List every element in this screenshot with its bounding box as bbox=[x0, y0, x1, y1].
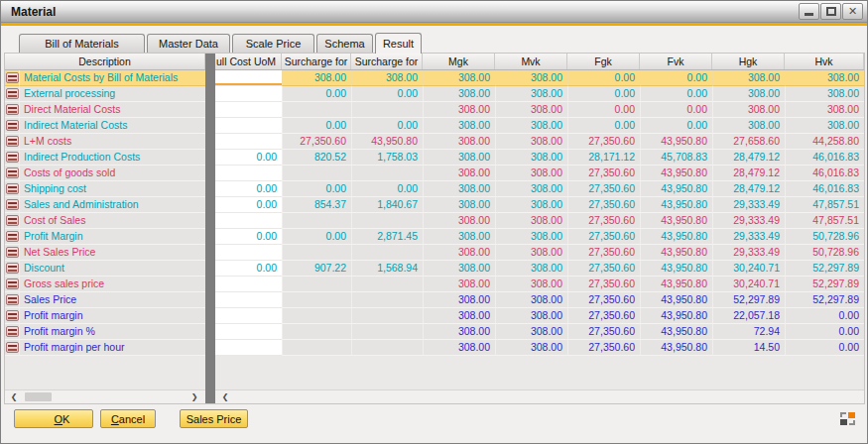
surcharge-1-cell[interactable]: 854.37 bbox=[282, 197, 351, 213]
fgk-cell[interactable]: 27,350.60 bbox=[567, 292, 640, 308]
surcharge-1-cell[interactable] bbox=[282, 166, 351, 181]
mgk-cell[interactable]: 308.00 bbox=[423, 213, 495, 229]
tab-master-data[interactable]: Master Data bbox=[147, 34, 230, 53]
fgk-cell[interactable]: 0.00 bbox=[567, 118, 640, 134]
description-cell[interactable]: External processing bbox=[20, 86, 205, 102]
mgk-cell[interactable]: 308.00 bbox=[423, 150, 495, 166]
mgk-cell[interactable]: 308.00 bbox=[423, 245, 495, 261]
hgk-cell[interactable]: 28,479.12 bbox=[712, 150, 785, 166]
description-cell[interactable]: Net Sales Price bbox=[20, 245, 205, 261]
hgk-cell[interactable]: 308.00 bbox=[712, 102, 785, 118]
mvk-cell[interactable]: 308.00 bbox=[495, 261, 567, 277]
description-cell[interactable]: Profit margin % bbox=[20, 324, 205, 340]
surcharge-2-cell[interactable] bbox=[351, 324, 423, 340]
uom-cell[interactable] bbox=[215, 213, 282, 229]
mvk-cell[interactable]: 308.00 bbox=[495, 308, 567, 324]
row-details-icon[interactable] bbox=[6, 120, 19, 131]
row-link-cell[interactable] bbox=[5, 277, 20, 292]
surcharge-1-cell[interactable]: 907.22 bbox=[282, 261, 351, 277]
uom-cell[interactable] bbox=[215, 102, 282, 118]
surcharge-1-cell[interactable]: 820.52 bbox=[282, 150, 351, 166]
row-link-cell[interactable] bbox=[5, 245, 20, 261]
fgk-cell[interactable]: 28,171.12 bbox=[567, 150, 640, 166]
fgk-cell[interactable]: 27,350.60 bbox=[567, 308, 640, 324]
fgk-cell[interactable]: 27,350.60 bbox=[567, 197, 640, 213]
uom-cell[interactable] bbox=[215, 86, 282, 102]
surcharge-2-cell[interactable]: 0.00 bbox=[351, 181, 423, 197]
mvk-cell[interactable]: 308.00 bbox=[495, 340, 567, 356]
surcharge-2-cell[interactable] bbox=[351, 102, 423, 118]
hgk-cell[interactable]: 27,658.60 bbox=[712, 134, 785, 150]
uom-cell[interactable] bbox=[215, 166, 282, 181]
expand-form-icon[interactable] bbox=[840, 412, 855, 425]
row-details-icon[interactable] bbox=[6, 247, 19, 258]
fvk-cell[interactable]: 45,708.83 bbox=[640, 150, 712, 166]
hvk-cell[interactable]: 308.00 bbox=[785, 70, 864, 86]
fgk-cell[interactable]: 27,350.60 bbox=[567, 213, 640, 229]
surcharge-2-cell[interactable] bbox=[351, 340, 423, 356]
fvk-cell[interactable]: 43,950.80 bbox=[640, 324, 712, 340]
hgk-cell[interactable]: 308.00 bbox=[712, 86, 785, 102]
mgk-cell[interactable]: 308.00 bbox=[423, 166, 495, 181]
mvk-cell[interactable]: 308.00 bbox=[495, 86, 567, 102]
tab-result[interactable]: Result bbox=[375, 33, 422, 54]
hgk-cell[interactable]: 30,240.71 bbox=[712, 277, 785, 292]
row-details-icon[interactable] bbox=[6, 167, 19, 178]
surcharge-1-cell[interactable]: 0.00 bbox=[282, 118, 351, 134]
surcharge-2-cell[interactable] bbox=[351, 308, 423, 324]
fvk-cell[interactable]: 43,950.80 bbox=[640, 181, 712, 197]
description-cell[interactable]: Profit margin per hour bbox=[20, 340, 205, 356]
row-link-cell[interactable] bbox=[5, 86, 20, 102]
fvk-cell[interactable]: 43,950.80 bbox=[640, 277, 712, 292]
column-header-hvk[interactable]: Hvk bbox=[785, 54, 864, 69]
row-details-icon[interactable] bbox=[6, 231, 19, 242]
hgk-cell[interactable]: 29,333.49 bbox=[712, 245, 785, 261]
surcharge-2-cell[interactable] bbox=[351, 277, 423, 292]
row-link-cell[interactable] bbox=[5, 261, 20, 277]
fvk-cell[interactable]: 43,950.80 bbox=[640, 166, 712, 181]
row-link-cell[interactable] bbox=[5, 166, 20, 181]
surcharge-1-cell[interactable]: 0.00 bbox=[282, 229, 351, 245]
mvk-cell[interactable]: 308.00 bbox=[495, 229, 567, 245]
fvk-cell[interactable]: 43,950.80 bbox=[640, 261, 712, 277]
surcharge-1-cell[interactable]: 0.00 bbox=[282, 86, 351, 102]
hgk-cell[interactable]: 308.00 bbox=[712, 118, 785, 134]
uom-cell[interactable] bbox=[215, 245, 282, 261]
row-details-icon[interactable] bbox=[6, 199, 19, 210]
mvk-cell[interactable]: 308.00 bbox=[495, 150, 567, 166]
surcharge-1-cell[interactable] bbox=[282, 292, 351, 308]
mgk-cell[interactable]: 308.00 bbox=[423, 340, 495, 356]
row-link-cell[interactable] bbox=[5, 181, 20, 197]
surcharge-1-cell[interactable] bbox=[282, 245, 351, 261]
close-button[interactable]: ✕ bbox=[842, 3, 863, 20]
hgk-cell[interactable]: 72.94 bbox=[712, 324, 785, 340]
fgk-cell[interactable]: 27,350.60 bbox=[567, 340, 640, 356]
description-cell[interactable]: Sales Price bbox=[20, 292, 205, 308]
hgk-cell[interactable]: 30,240.71 bbox=[712, 261, 785, 277]
mgk-cell[interactable]: 308.00 bbox=[423, 261, 495, 277]
uom-cell[interactable] bbox=[215, 308, 282, 324]
mgk-cell[interactable]: 308.00 bbox=[423, 134, 495, 150]
fvk-cell[interactable]: 43,950.80 bbox=[640, 213, 712, 229]
row-link-cell[interactable] bbox=[5, 292, 20, 308]
hgk-cell[interactable]: 308.00 bbox=[712, 70, 785, 86]
hgk-cell[interactable]: 29,333.49 bbox=[712, 197, 785, 213]
hgk-cell[interactable]: 52,297.89 bbox=[712, 292, 785, 308]
description-cell[interactable]: Profit margin bbox=[20, 308, 205, 324]
surcharge-2-cell[interactable]: 1,840.67 bbox=[351, 197, 423, 213]
fvk-cell[interactable]: 43,950.80 bbox=[640, 340, 712, 356]
row-link-cell[interactable] bbox=[5, 118, 20, 134]
hvk-cell[interactable]: 308.00 bbox=[785, 102, 864, 118]
row-link-cell[interactable] bbox=[5, 102, 20, 118]
fvk-cell[interactable]: 43,950.80 bbox=[640, 197, 712, 213]
mvk-cell[interactable]: 308.00 bbox=[495, 181, 567, 197]
surcharge-2-cell[interactable]: 2,871.45 bbox=[351, 229, 423, 245]
description-cell[interactable]: Sales and Administration bbox=[20, 197, 205, 213]
description-cell[interactable]: Gross sales price bbox=[20, 277, 205, 292]
scrollbar-thumb[interactable] bbox=[25, 392, 52, 401]
column-header-surcharge-2[interactable]: Surcharge for bbox=[351, 54, 423, 69]
mgk-cell[interactable]: 308.00 bbox=[423, 277, 495, 292]
uom-cell[interactable]: 0.00 bbox=[215, 150, 282, 166]
description-cell[interactable]: L+M costs bbox=[20, 134, 205, 150]
hvk-cell[interactable]: 44,258.80 bbox=[785, 134, 864, 150]
